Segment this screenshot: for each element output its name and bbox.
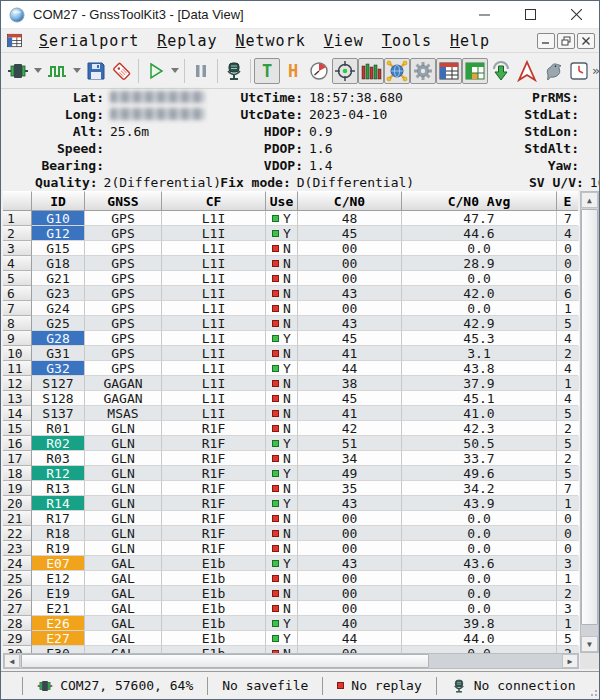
sat-id-cell[interactable]: S127 bbox=[32, 376, 85, 391]
mdi-minimize-button[interactable] bbox=[537, 33, 555, 49]
save-button[interactable] bbox=[83, 58, 109, 84]
table-row[interactable]: 18R12GLNR1FY4949.65 bbox=[3, 466, 579, 481]
data-view-button[interactable] bbox=[462, 58, 488, 84]
menu-help[interactable]: Help bbox=[441, 31, 499, 51]
table-row[interactable]: 24E07GALE1bY4343.63 bbox=[3, 556, 579, 571]
settings-button[interactable] bbox=[410, 58, 436, 84]
table-row[interactable]: 2G12GPSL1IY4544.64 bbox=[3, 226, 579, 241]
sat-id-cell[interactable]: R01 bbox=[32, 421, 85, 436]
sat-id-cell[interactable]: R14 bbox=[32, 496, 85, 511]
sat-id-cell[interactable]: E19 bbox=[32, 586, 85, 601]
table-row[interactable]: 8G25GPSL1IN4342.95 bbox=[3, 316, 579, 331]
sat-id-cell[interactable]: G28 bbox=[32, 331, 85, 346]
serial-connect-button[interactable] bbox=[5, 58, 31, 84]
minimize-button[interactable] bbox=[461, 1, 507, 28]
compass-button[interactable] bbox=[514, 58, 540, 84]
close-button[interactable] bbox=[553, 1, 599, 28]
horizontal-scrollbar-thumb[interactable] bbox=[21, 654, 429, 668]
table-row[interactable]: 13S128GAGANL1IN4545.14 bbox=[3, 391, 579, 406]
message-table-button[interactable] bbox=[436, 58, 462, 84]
sat-id-cell[interactable]: G12 bbox=[32, 226, 85, 241]
sat-id-cell[interactable]: G31 bbox=[32, 346, 85, 361]
table-row[interactable]: 7G24GPSL1IN000.01 bbox=[3, 301, 579, 316]
sat-id-cell[interactable]: G32 bbox=[32, 361, 85, 376]
table-row[interactable]: 17R03GLNR1FN3433.72 bbox=[3, 451, 579, 466]
text-view-button[interactable]: T bbox=[254, 58, 280, 84]
column-header-el[interactable]: E bbox=[557, 191, 578, 211]
tag-button[interactable] bbox=[109, 58, 135, 84]
sat-id-cell[interactable]: R12 bbox=[32, 466, 85, 481]
column-header-use[interactable]: Use bbox=[266, 191, 298, 211]
table-row[interactable]: 3G15GPSL1IN000.00 bbox=[3, 241, 579, 256]
sat-id-cell[interactable]: G25 bbox=[32, 316, 85, 331]
bird-button[interactable] bbox=[540, 58, 566, 84]
overflow-chevron-icon[interactable]: » bbox=[592, 63, 600, 78]
column-header-cn0[interactable]: C/N0 bbox=[298, 191, 402, 211]
table-row[interactable]: 4G18GPSL1IN0028.90 bbox=[3, 256, 579, 271]
sat-id-cell[interactable]: R17 bbox=[32, 511, 85, 526]
serial-connect-dropdown[interactable] bbox=[31, 58, 44, 84]
table-row[interactable]: 1G10GPSL1IY4847.77 bbox=[3, 211, 579, 226]
table-row[interactable]: 5G21GPSL1IN000.00 bbox=[3, 271, 579, 286]
table-row[interactable]: 28E26GALE1bY4039.81 bbox=[3, 616, 579, 631]
sat-id-cell[interactable]: G24 bbox=[32, 301, 85, 316]
scroll-right-icon[interactable]: ▶ bbox=[562, 654, 578, 668]
sat-id-cell[interactable]: E12 bbox=[32, 571, 85, 586]
table-row[interactable]: 30E30GALE1bN000.02 bbox=[3, 646, 579, 653]
column-header-gutter[interactable] bbox=[3, 191, 32, 211]
sat-id-cell[interactable]: S128 bbox=[32, 391, 85, 406]
table-row[interactable]: 29E27GALE1bY4444.05 bbox=[3, 631, 579, 646]
menu-tools[interactable]: Tools bbox=[373, 31, 441, 51]
scroll-up-icon[interactable]: ▲ bbox=[581, 192, 598, 208]
table-row[interactable]: 25E12GALE1bN000.01 bbox=[3, 571, 579, 586]
title-bar[interactable]: COM27 - GnssToolKit3 - [Data View] bbox=[1, 1, 599, 29]
signal-chart-button[interactable] bbox=[358, 58, 384, 84]
mdi-close-button[interactable] bbox=[577, 33, 595, 49]
hex-view-button[interactable]: H bbox=[280, 58, 306, 84]
sat-id-cell[interactable]: R19 bbox=[32, 541, 85, 556]
sat-id-cell[interactable]: E30 bbox=[32, 646, 85, 653]
table-row[interactable]: 15R01GLNR1FN4242.32 bbox=[3, 421, 579, 436]
vertical-scrollbar-thumb[interactable] bbox=[581, 209, 598, 625]
sat-id-cell[interactable]: E27 bbox=[32, 631, 85, 646]
gauge-button[interactable] bbox=[306, 58, 332, 84]
sat-id-cell[interactable]: G15 bbox=[32, 241, 85, 256]
sat-id-cell[interactable]: R18 bbox=[32, 526, 85, 541]
column-header-gnss[interactable]: GNSS bbox=[85, 191, 162, 211]
column-header-cn0-avg[interactable]: C/N0 Avg bbox=[402, 191, 557, 211]
scroll-down-icon[interactable]: ▼ bbox=[581, 636, 598, 652]
baud-wave-button[interactable] bbox=[44, 58, 70, 84]
column-header-id[interactable]: ID bbox=[32, 191, 85, 211]
clock-button[interactable] bbox=[566, 58, 592, 84]
menu-replay[interactable]: Replay bbox=[148, 31, 226, 51]
horizontal-scrollbar[interactable]: ◀ ▶ bbox=[3, 653, 579, 669]
play-dropdown[interactable] bbox=[168, 58, 181, 84]
play-button[interactable] bbox=[142, 58, 168, 84]
sat-id-cell[interactable]: R03 bbox=[32, 451, 85, 466]
sat-id-cell[interactable]: G23 bbox=[32, 286, 85, 301]
table-row[interactable]: 21R17GLNR1FN000.00 bbox=[3, 511, 579, 526]
sat-id-cell[interactable]: E21 bbox=[32, 601, 85, 616]
mdi-restore-button[interactable] bbox=[557, 33, 575, 49]
sat-id-cell[interactable]: R13 bbox=[32, 481, 85, 496]
table-row[interactable]: 16R02GLNR1FY5150.55 bbox=[3, 436, 579, 451]
scroll-left-icon[interactable]: ◀ bbox=[4, 654, 20, 668]
column-header-cf[interactable]: CF bbox=[162, 191, 266, 211]
maximize-button[interactable] bbox=[507, 1, 553, 28]
vertical-scrollbar[interactable]: ▲ ▼ bbox=[580, 191, 599, 653]
sat-id-cell[interactable]: E07 bbox=[32, 556, 85, 571]
baud-wave-dropdown[interactable] bbox=[70, 58, 83, 84]
table-row[interactable]: 19R13GLNR1FN3534.27 bbox=[3, 481, 579, 496]
table-row[interactable]: 9G28GPSL1IY4545.34 bbox=[3, 331, 579, 346]
table-row[interactable]: 27E21GALE1bN000.03 bbox=[3, 601, 579, 616]
sat-id-cell[interactable]: S137 bbox=[32, 406, 85, 421]
table-row[interactable]: 12S127GAGANL1IN3837.91 bbox=[3, 376, 579, 391]
sat-id-cell[interactable]: G10 bbox=[32, 211, 85, 226]
resize-grip-icon[interactable] bbox=[590, 685, 597, 697]
sky-view-button[interactable] bbox=[384, 58, 410, 84]
menu-network[interactable]: Network bbox=[227, 31, 315, 51]
sat-id-cell[interactable]: G21 bbox=[32, 271, 85, 286]
table-row[interactable]: 14S137MSASL1IN4141.05 bbox=[3, 406, 579, 421]
menu-serialport[interactable]: Serialport bbox=[30, 31, 148, 51]
download-button[interactable] bbox=[488, 58, 514, 84]
